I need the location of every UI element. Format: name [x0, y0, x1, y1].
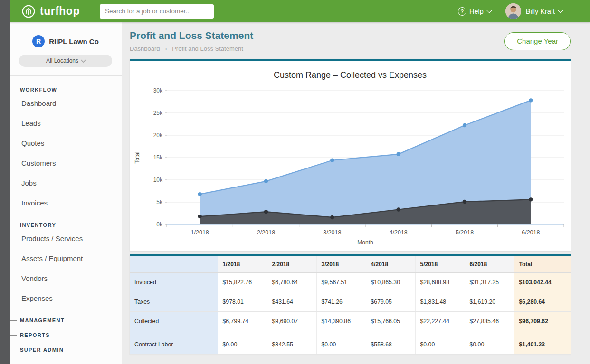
chevron-down-icon [81, 58, 86, 63]
company-name: RIIPL Lawn Co [49, 37, 99, 46]
row-total: $96,709.62 [514, 312, 571, 331]
column-header: 6/2018 [465, 256, 514, 273]
cell-value: $15,766.05 [366, 312, 415, 331]
breadcrumb: Dashboard › Profit and Loss Statement [130, 45, 253, 52]
svg-text:25k: 25k [153, 110, 163, 116]
cell-value: $6,780.64 [267, 273, 316, 292]
breadcrumb-separator: › [165, 45, 167, 52]
svg-text:4/2018: 4/2018 [390, 229, 408, 236]
turfhop-logo-icon [21, 4, 36, 19]
help-menu[interactable]: ? Help [458, 7, 491, 16]
cell-value: $978.01 [218, 292, 267, 312]
svg-text:3/2018: 3/2018 [323, 229, 341, 236]
help-label: Help [469, 8, 484, 15]
user-name: Billy Kraft [526, 8, 555, 15]
breadcrumb-current: Profit and Loss Statement [172, 45, 243, 52]
pnl-table: 1/20182/20183/20184/20185/20186/2018Tota… [130, 256, 571, 355]
cell-value: $1,831.48 [415, 292, 465, 312]
sidebar-item-products-services[interactable]: Products / Services [10, 229, 122, 249]
cell-value: $9,690.07 [267, 312, 316, 331]
nav-section-header: WORKFLOW [10, 87, 122, 93]
cell-value: $9,567.51 [316, 273, 366, 292]
sidebar-item-expenses[interactable]: Expenses [10, 289, 122, 308]
tree-line-icon [10, 335, 17, 336]
sidebar-item-dashboard[interactable]: Dashboard [10, 93, 122, 113]
row-total: $1,401.23 [514, 335, 571, 355]
nav-section-header: REPORTS [10, 332, 122, 338]
column-header: 5/2018 [415, 256, 465, 273]
search-input[interactable] [100, 4, 214, 19]
main-content: Profit and Loss Statement Dashboard › Pr… [122, 22, 590, 364]
sidebar-item-vendors[interactable]: Vendors [10, 269, 122, 289]
sidebar-item-quotes[interactable]: Quotes [10, 133, 122, 153]
column-header: 2/2018 [267, 256, 316, 273]
table-row: Invoiced$15,822.76$6,780.64$9,567.51$10,… [130, 273, 571, 292]
cell-value: $679.05 [366, 292, 415, 312]
sidebar-item-jobs[interactable]: Jobs [10, 173, 122, 193]
nav-section-label: REPORTS [20, 332, 50, 338]
tree-line-icon [10, 350, 17, 350]
tree-line-icon [10, 320, 17, 321]
sidebar-item-invoices[interactable]: Invoices [10, 193, 122, 213]
cell-value: $0.00 [415, 335, 465, 355]
tree-line-icon [10, 225, 17, 225]
chevron-down-icon [486, 8, 492, 13]
nav-section-header: INVENTORY [10, 222, 122, 228]
row-total: $6,280.64 [514, 292, 571, 312]
cell-value: $6,799.74 [218, 312, 267, 331]
cell-value: $27,835.46 [465, 312, 514, 331]
table-row: Contract Labor$0.00$842.55$0.00$558.68$0… [130, 335, 571, 355]
page-header: Profit and Loss Statement Dashboard › Pr… [130, 30, 571, 52]
avatar [505, 3, 521, 19]
row-label: Collected [130, 312, 218, 331]
user-menu[interactable]: Billy Kraft [505, 3, 562, 19]
row-total: $103,042.44 [514, 273, 571, 292]
turfhop-logo[interactable]: turfhop [21, 4, 80, 19]
nav-section-label: MANAGEMENT [20, 317, 65, 323]
left-edge-strip [0, 0, 10, 364]
section-spacer-row [130, 331, 571, 335]
column-header [130, 256, 218, 273]
cell-value: $741.26 [316, 292, 366, 312]
cell-value: $431.64 [267, 292, 316, 312]
sidebar: R RIIPL Lawn Co All Locations WORKFLOWDa… [10, 22, 122, 364]
chart-title: Custom Range – Collected vs Expenses [130, 70, 571, 80]
cell-value: $842.55 [267, 335, 316, 355]
svg-text:Total: Total [134, 151, 141, 163]
table-row: Collected$6,799.74$9,690.07$14,390.86$15… [130, 312, 571, 331]
cell-value: $0.00 [316, 335, 366, 355]
svg-text:30k: 30k [153, 87, 163, 94]
column-header: 3/2018 [316, 256, 366, 273]
row-label: Contract Labor [130, 335, 218, 355]
svg-text:Month: Month [357, 239, 373, 246]
column-header: 4/2018 [366, 256, 415, 273]
search-wrap [100, 4, 214, 19]
cell-value: $10,865.30 [366, 273, 415, 292]
sidebar-item-assets-equipment[interactable]: Assets / Equipment [10, 249, 122, 269]
cell-value: $0.00 [465, 335, 514, 355]
svg-text:5k: 5k [156, 199, 163, 205]
chart-card: Custom Range – Collected vs Expenses 0k5… [130, 59, 571, 251]
cell-value: $28,688.98 [415, 273, 465, 292]
svg-text:2/2018: 2/2018 [257, 229, 275, 236]
nav-section-header: SUPER ADMIN [10, 347, 122, 353]
chevron-down-icon [558, 8, 563, 13]
svg-text:1/2018: 1/2018 [191, 229, 209, 236]
collected-vs-expenses-chart: 0k5k10k15k20k25k30k1/20182/20183/20184/2… [130, 82, 571, 249]
sidebar-item-leads[interactable]: Leads [10, 113, 122, 133]
company-badge: R [32, 35, 45, 47]
svg-text:10k: 10k [153, 177, 163, 183]
row-label: Invoiced [130, 273, 218, 292]
tree-line-icon [10, 90, 17, 90]
help-icon: ? [458, 7, 466, 16]
sidebar-item-customers[interactable]: Customers [10, 153, 122, 173]
svg-text:5/2018: 5/2018 [456, 229, 474, 236]
locations-dropdown[interactable]: All Locations [19, 55, 112, 67]
nav-section-header: MANAGEMENT [10, 317, 122, 323]
svg-text:20k: 20k [153, 132, 163, 139]
sidebar-nav: WORKFLOWDashboardLeadsQuotesCustomersJob… [10, 76, 122, 353]
app-window: turfhop ? Help Billy Kraft [0, 0, 590, 364]
breadcrumb-dashboard[interactable]: Dashboard [130, 45, 160, 52]
change-year-button[interactable]: Change Year [504, 32, 571, 50]
topbar-right: ? Help Billy Kraft [458, 3, 590, 19]
